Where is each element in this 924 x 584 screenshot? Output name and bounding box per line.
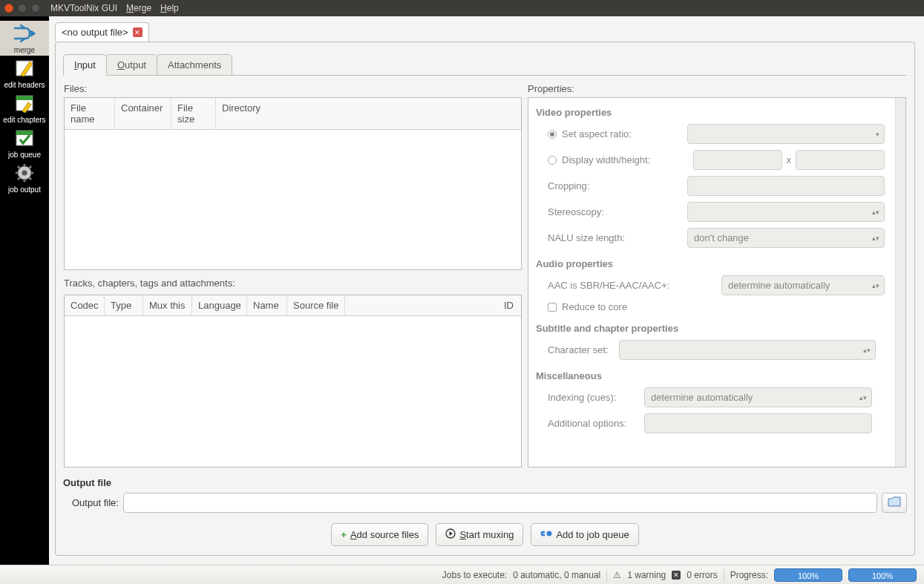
charset-combo[interactable]: ▴▾ [619, 340, 876, 360]
col-name[interactable]: Name [247, 295, 287, 315]
properties-label: Properties: [528, 83, 906, 94]
file-tab-no-output[interactable]: <no output file> ✕ [55, 22, 149, 42]
video-properties-heading: Video properties [536, 107, 885, 118]
aspect-ratio-combo[interactable]: ▾ [687, 124, 885, 144]
aspect-ratio-label: Set aspect ratio: [562, 128, 687, 140]
stereoscopy-combo[interactable]: ▴▾ [687, 202, 885, 222]
add-to-job-queue-button[interactable]: Add to job queue [531, 523, 638, 546]
menu-merge[interactable]: Merge [126, 3, 151, 13]
display-wh-radio[interactable] [548, 156, 557, 165]
chapters-icon [13, 93, 36, 113]
indexing-combo[interactable]: determine automatically▴▾ [644, 387, 872, 407]
svg-rect-4 [16, 131, 33, 135]
subtitle-chapter-heading: Subtitle and chapter properties [536, 323, 885, 334]
wh-separator: x [787, 154, 792, 165]
sidebar-item-edit-headers[interactable]: edit headers [0, 56, 49, 91]
progress-bar-2: 100% [848, 568, 917, 582]
tab-output[interactable]: Output [106, 54, 157, 76]
svg-line-12 [29, 177, 31, 180]
col-directory[interactable]: Directory [216, 98, 521, 129]
col-language[interactable]: Language [192, 295, 247, 315]
reduce-to-core-checkbox[interactable] [548, 303, 557, 312]
col-id[interactable]: ID [498, 295, 521, 315]
aspect-ratio-radio[interactable] [548, 130, 557, 139]
addl-options-label: Additional options: [548, 418, 644, 429]
start-muxing-button[interactable]: Start muxing [436, 523, 523, 546]
stereoscopy-label: Stereoscopy: [536, 206, 687, 217]
stepper-icon: ▴▾ [859, 394, 867, 401]
menu-help[interactable]: Help [160, 3, 179, 13]
queue-icon [540, 529, 552, 540]
properties-scrollbar[interactable] [895, 98, 905, 467]
svg-line-14 [18, 177, 20, 180]
window-titlebar: MKVToolNix GUI Merge Help [0, 0, 924, 16]
gear-icon [13, 163, 36, 183]
col-container[interactable]: Container [115, 98, 171, 129]
tracks-label: Tracks, chapters, tags and attachments: [64, 278, 522, 289]
window-maximize-button[interactable] [31, 4, 40, 13]
progress-label: Progress: [730, 570, 768, 580]
window-minimize-button[interactable] [18, 4, 27, 13]
indexing-label: Indexing (cues): [548, 392, 644, 403]
col-file-size[interactable]: File size [171, 98, 216, 129]
play-circle-icon [445, 528, 456, 541]
stepper-icon: ▴▾ [872, 282, 879, 289]
sidebar-item-job-output[interactable]: job output [0, 160, 49, 195]
app-title: MKVToolNix GUI [50, 3, 117, 13]
nalu-label: NALU size length: [536, 232, 687, 243]
merge-icon [13, 24, 36, 43]
error-icon: ✕ [672, 571, 681, 580]
errors-text[interactable]: 0 errors [687, 570, 717, 580]
warning-icon: ⚠ [613, 570, 621, 580]
main-panel: <no output file> ✕ Input Output Attachme… [49, 16, 924, 565]
col-source-file[interactable]: Source file [287, 295, 345, 315]
svg-point-17 [547, 531, 552, 537]
files-table[interactable]: File name Container File size Directory [64, 97, 522, 270]
jobs-value: 0 automatic, 0 manual [513, 570, 600, 580]
output-file-heading: Output file [63, 477, 907, 488]
col-codec[interactable]: Codec [65, 295, 105, 315]
nalu-combo[interactable]: don't change▴▾ [687, 228, 885, 248]
display-width-input[interactable] [693, 150, 782, 170]
stepper-icon: ▴▾ [872, 209, 879, 216]
cropping-label: Cropping: [536, 180, 687, 191]
window-close-button[interactable] [4, 4, 13, 13]
tracks-table[interactable]: Codec Type Mux this Language Name Source… [64, 295, 522, 467]
output-file-browse-button[interactable] [882, 493, 907, 513]
warnings-text[interactable]: 1 warning [627, 570, 666, 580]
svg-line-11 [18, 166, 20, 168]
stepper-icon: ▴▾ [863, 347, 871, 354]
sidebar-item-edit-chapters[interactable]: edit chapters [0, 91, 49, 125]
output-file-input[interactable] [123, 493, 877, 513]
aac-combo[interactable]: determine automatically▴▾ [721, 275, 885, 295]
misc-heading: Miscellaneous [536, 370, 885, 381]
audio-properties-heading: Audio properties [536, 258, 885, 269]
col-type[interactable]: Type [105, 295, 143, 315]
svg-point-6 [22, 171, 27, 176]
tab-input[interactable]: Input [63, 54, 107, 76]
check-icon [13, 128, 36, 148]
plus-icon: + [341, 529, 347, 540]
files-label: Files: [64, 83, 522, 94]
reduce-to-core-label: Reduce to core [562, 301, 885, 312]
output-file-label: Output file: [72, 497, 119, 508]
progress-bar-1: 100% [774, 568, 842, 582]
addl-options-input[interactable] [644, 413, 872, 433]
jobs-label: Jobs to execute: [442, 570, 507, 580]
col-mux-this[interactable]: Mux this [143, 295, 192, 315]
display-wh-label: Display width/height: [562, 154, 693, 165]
col-file-name[interactable]: File name [65, 98, 115, 129]
sidebar-item-job-queue[interactable]: job queue [0, 125, 49, 160]
svg-rect-2 [16, 96, 33, 100]
sidebar-item-merge[interactable]: merge [0, 21, 49, 56]
file-tab-label: <no output file> [62, 27, 128, 38]
display-height-input[interactable] [796, 150, 885, 170]
cropping-input[interactable] [687, 176, 885, 196]
pencil-icon [13, 59, 36, 78]
close-icon[interactable]: ✕ [133, 27, 142, 37]
status-bar: Jobs to execute: 0 automatic, 0 manual ⚠… [0, 565, 924, 584]
tab-attachments[interactable]: Attachments [157, 54, 232, 76]
add-source-files-button[interactable]: + Add source files [331, 523, 428, 546]
aac-label: AAC is SBR/HE-AAC/AAC+: [548, 280, 721, 291]
sidebar: merge edit headers edit chapters job que… [0, 16, 49, 565]
